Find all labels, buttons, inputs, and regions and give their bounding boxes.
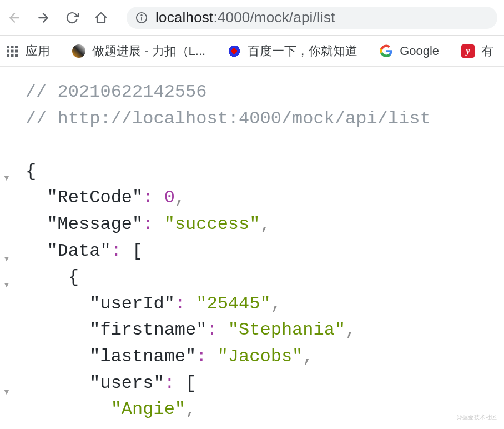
key-users: "users": [89, 373, 164, 393]
info-icon: [135, 12, 148, 24]
forward-button[interactable]: [36, 10, 51, 26]
svg-rect-6: [11, 46, 14, 48]
val-firstname: "Stephania": [228, 320, 345, 340]
fold-toggle[interactable]: ▼: [0, 165, 13, 192]
svg-rect-13: [15, 54, 18, 57]
home-icon: [94, 11, 108, 24]
bookmark-google[interactable]: Google: [376, 42, 442, 61]
bookmark-leetcode-label: 做题进展 - 力扣（L...: [92, 43, 205, 59]
page-content: ▼ ▼ ▼ ▼ // 20210622142556 // http://loca…: [0, 67, 504, 429]
fold-toggle[interactable]: ▼: [0, 272, 13, 298]
svg-rect-12: [11, 54, 14, 57]
svg-rect-11: [7, 54, 9, 57]
svg-rect-10: [15, 49, 18, 52]
back-button[interactable]: [7, 10, 22, 26]
val-retcode: 0: [164, 187, 175, 208]
key-retcode: "RetCode": [47, 187, 143, 208]
apps-shortcut[interactable]: 应用: [2, 41, 53, 62]
url-text: localhost:4000/mock/api/list: [155, 9, 335, 26]
val-lastname: "Jacobs": [218, 346, 303, 367]
val-message: "success": [164, 214, 260, 235]
baidu-icon: [228, 44, 241, 58]
comment-url: // http://localhost:4000/mock/api/list: [26, 108, 431, 129]
json-viewer: // 20210622142556 // http://localhost:40…: [13, 67, 504, 429]
reload-button[interactable]: [64, 10, 80, 26]
val-users-0: "Angie": [111, 399, 185, 420]
url-host: localhost: [155, 9, 213, 26]
svg-point-4: [141, 14, 142, 16]
site-info-icon[interactable]: [135, 12, 148, 24]
val-userid: "25445": [196, 293, 270, 314]
arrow-right-icon: [36, 11, 51, 25]
fold-gutter: ▼ ▼ ▼ ▼: [0, 67, 13, 429]
reload-icon: [65, 11, 79, 24]
bookmarks-bar: 应用 做题进展 - 力扣（L... 百度一下，你就知道 Google y 有: [0, 36, 504, 67]
svg-rect-9: [11, 49, 14, 52]
svg-rect-5: [7, 46, 9, 48]
bookmark-partial-label: 有: [481, 43, 493, 59]
leetcode-icon: [72, 44, 85, 58]
key-data: "Data": [47, 241, 110, 261]
key-firstname: "firstname": [89, 320, 206, 340]
home-button[interactable]: [93, 10, 109, 26]
fold-toggle[interactable]: ▼: [0, 379, 13, 406]
key-message: "Message": [47, 214, 143, 235]
google-icon: [380, 44, 393, 58]
svg-rect-8: [7, 49, 9, 52]
brace-open: {: [26, 161, 36, 182]
comment-timestamp: // 20210622142556: [26, 82, 206, 102]
bookmark-baidu-label: 百度一下，你就知道: [248, 43, 357, 59]
y-icon: y: [461, 44, 475, 58]
bookmark-baidu[interactable]: 百度一下，你就知道: [224, 41, 361, 62]
arrow-left-icon: [7, 11, 22, 25]
bookmark-leetcode[interactable]: 做题进展 - 力扣（L...: [69, 41, 209, 62]
svg-rect-7: [15, 46, 18, 48]
apps-label: 应用: [26, 43, 50, 59]
apps-icon: [6, 44, 19, 58]
bookmark-partial[interactable]: y 有: [458, 41, 497, 62]
url-path: :4000/mock/api/list: [213, 9, 335, 26]
key-userid: "userId": [89, 293, 175, 314]
fold-toggle[interactable]: ▼: [0, 246, 13, 272]
watermark: @掘金技术社区: [456, 413, 497, 421]
bookmark-google-label: Google: [400, 44, 439, 58]
browser-toolbar: localhost:4000/mock/api/list: [0, 0, 504, 36]
key-lastname: "lastname": [89, 346, 196, 367]
address-bar[interactable]: localhost:4000/mock/api/list: [127, 7, 497, 29]
